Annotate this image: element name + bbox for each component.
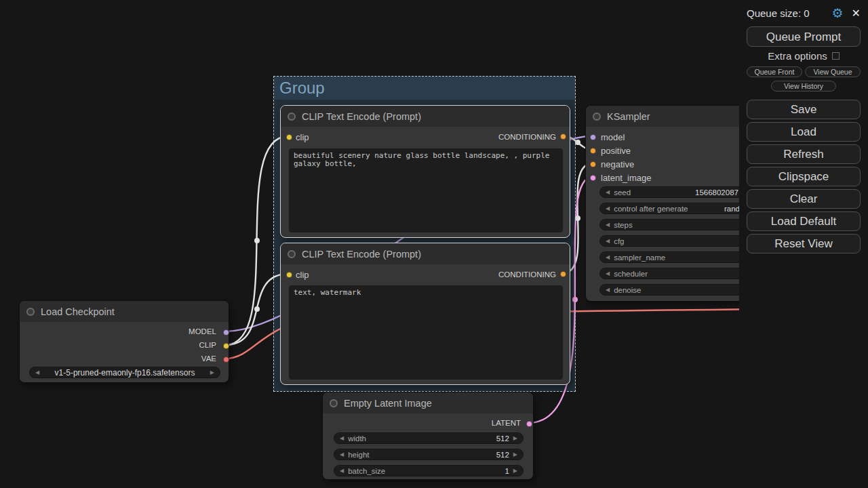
width-widget[interactable]: ◀ width 512 ▶ (334, 432, 524, 444)
input-label-clip: clip (296, 270, 309, 280)
node-status-icon (288, 250, 296, 258)
input-port-negative[interactable] (590, 161, 596, 167)
widget-value: 512 (496, 451, 509, 459)
extra-options-label: Extra options (768, 50, 827, 62)
prompt-text-area[interactable]: beautiful scenery nature glass bottle la… (289, 148, 563, 232)
widget-label: scheduler (614, 270, 648, 278)
close-icon[interactable]: ✕ (852, 8, 861, 19)
widget-label: seed (614, 188, 631, 197)
widget-left-arrow-icon[interactable]: ◀ (340, 451, 344, 458)
reset-view-button[interactable]: Reset View (747, 234, 861, 253)
widget-left-arrow-icon[interactable]: ◀ (340, 468, 344, 474)
input-port-model[interactable] (590, 134, 596, 140)
queue-front-button[interactable]: Queue Front (747, 66, 802, 77)
output-port-model[interactable] (223, 329, 229, 336)
settings-gear-icon[interactable]: ⚙ (832, 7, 844, 20)
output-port-conditioning[interactable] (560, 134, 566, 140)
node-status-icon (288, 113, 296, 121)
queue-size-label: Queue size: 0 (747, 7, 824, 19)
input-port-clip[interactable] (286, 272, 292, 278)
view-history-button[interactable]: View History (771, 81, 836, 92)
widget-label: control after generate (614, 205, 688, 213)
refresh-button[interactable]: Refresh (747, 144, 861, 164)
input-label-clip: clip (296, 132, 309, 142)
node-title: Load Checkpoint (41, 306, 115, 317)
widget-left-arrow-icon[interactable]: ◀ (606, 287, 610, 293)
widget-label: batch_size (348, 467, 385, 475)
widget-right-arrow-icon[interactable]: ▶ (210, 369, 214, 375)
output-port-clip[interactable] (223, 343, 229, 349)
widget-left-arrow-icon[interactable]: ◀ (606, 222, 610, 228)
clear-button[interactable]: Clear (747, 189, 861, 209)
height-widget[interactable]: ◀ height 512 ▶ (334, 449, 524, 460)
widget-label: width (348, 434, 366, 443)
widget-left-arrow-icon[interactable]: ◀ (606, 270, 610, 277)
widget-label: steps (614, 221, 633, 229)
input-label-negative: negative (601, 159, 634, 169)
widget-right-arrow-icon[interactable]: ▶ (513, 435, 517, 441)
ckpt-name-value: v1-5-pruned-emaonly-fp16.safetensors (43, 368, 206, 378)
node-load-checkpoint[interactable]: Load Checkpoint MODEL CLIP VAE ◀ v1-5-pr… (19, 300, 229, 383)
widget-label: cfg (614, 237, 624, 245)
node-status-icon (26, 308, 35, 316)
widget-left-arrow-icon[interactable]: ◀ (35, 369, 39, 375)
widget-value: 512 (496, 434, 509, 443)
output-label-clip: CLIP (199, 341, 216, 349)
node-clip-text-encode-negative[interactable]: CLIP Text Encode (Prompt) clip CONDITION… (280, 243, 570, 385)
widget-left-arrow-icon[interactable]: ◀ (606, 205, 610, 211)
ckpt-name-widget[interactable]: ◀ v1-5-pruned-emaonly-fp16.safetensors ▶ (29, 367, 220, 378)
output-port-vae[interactable] (223, 357, 229, 363)
output-label-conditioning: CONDITIONING (498, 133, 556, 141)
input-port-latent-image[interactable] (590, 175, 596, 181)
widget-right-arrow-icon[interactable]: ▶ (513, 468, 517, 474)
save-button[interactable]: Save (747, 100, 861, 119)
widget-left-arrow-icon[interactable]: ◀ (606, 238, 610, 244)
node-title: CLIP Text Encode (Prompt) (302, 249, 421, 260)
widget-left-arrow-icon[interactable]: ◀ (606, 254, 610, 260)
extra-options-checkbox[interactable] (832, 52, 840, 60)
view-queue-button[interactable]: View Queue (805, 66, 861, 77)
input-label-latent-image: latent_image (601, 173, 651, 183)
widget-right-arrow-icon[interactable]: ▶ (513, 451, 517, 458)
node-status-icon (593, 113, 601, 121)
widget-left-arrow-icon[interactable]: ◀ (606, 189, 610, 195)
node-title: Empty Latent Image (344, 398, 432, 409)
clipspace-button[interactable]: Clipspace (747, 167, 861, 186)
output-port-conditioning[interactable] (560, 271, 566, 277)
node-clip-text-encode-positive[interactable]: CLIP Text Encode (Prompt) clip CONDITION… (280, 105, 570, 238)
node-title-bar[interactable]: CLIP Text Encode (Prompt) (281, 106, 570, 127)
batch-size-widget[interactable]: ◀ batch_size 1 ▶ (334, 465, 524, 476)
widget-value: 1566802087 (695, 188, 738, 197)
node-title-bar[interactable]: Empty Latent Image (323, 392, 533, 413)
output-port-latent[interactable] (526, 421, 532, 427)
widget-left-arrow-icon[interactable]: ◀ (340, 435, 344, 441)
widget-label: denoise (614, 286, 641, 294)
node-status-icon (330, 399, 338, 407)
node-title-bar[interactable]: Load Checkpoint (20, 301, 229, 322)
output-label-vae: VAE (201, 354, 216, 363)
queue-prompt-button[interactable]: Queue Prompt (747, 26, 861, 47)
input-port-positive[interactable] (590, 148, 596, 154)
widget-value: 1 (505, 467, 509, 475)
node-title: KSampler (607, 111, 650, 122)
widget-label: height (348, 451, 369, 459)
node-title-bar[interactable]: CLIP Text Encode (Prompt) (281, 243, 570, 264)
input-port-clip[interactable] (286, 134, 292, 140)
output-label-model: MODEL (189, 327, 216, 336)
load-button[interactable]: Load (747, 122, 861, 142)
input-label-model: model (601, 132, 625, 142)
output-label-latent: LATENT (492, 419, 521, 427)
load-default-button[interactable]: Load Default (747, 211, 861, 231)
widget-label: sampler_name (614, 253, 665, 262)
node-title: CLIP Text Encode (Prompt) (302, 111, 421, 122)
output-label-conditioning: CONDITIONING (498, 270, 556, 279)
prompt-text-area[interactable]: text, watermark (289, 285, 563, 380)
comfy-menu-panel: Queue size: 0 ⚙ ✕ Queue Prompt Extra opt… (739, 0, 868, 488)
input-label-positive: positive (601, 146, 631, 156)
node-empty-latent-image[interactable]: Empty Latent Image LATENT ◀ width 512 ▶ … (322, 392, 534, 480)
